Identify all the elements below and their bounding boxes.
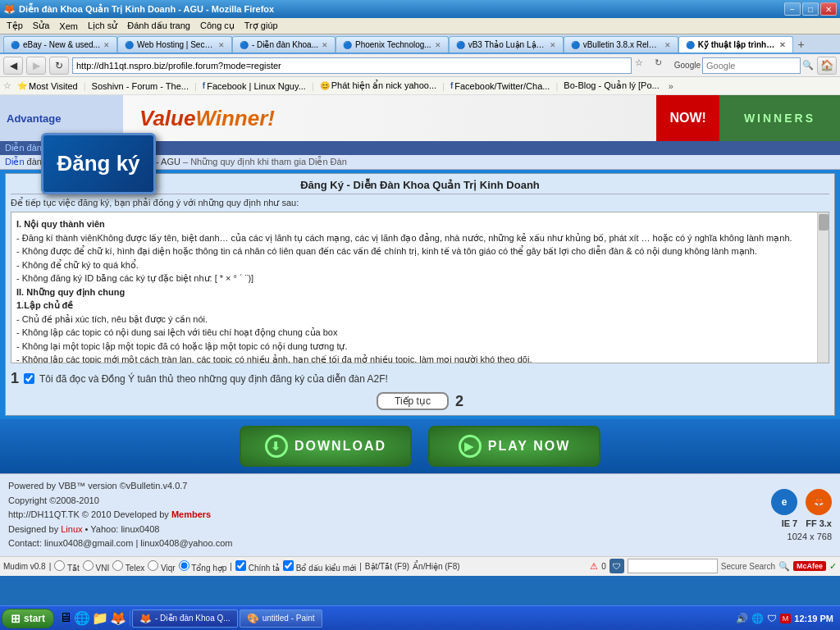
system-clock: 12:19 PM: [794, 614, 833, 623]
back-button[interactable]: ◀: [3, 57, 23, 75]
star-icon[interactable]: ☆: [635, 57, 651, 74]
tab-ebay[interactable]: 🔵 eBay - New & used... ✕: [3, 36, 117, 52]
radio-vni[interactable]: VNI: [83, 560, 109, 573]
tab-bar: 🔵 eBay - New & used... ✕ 🔵 Web Hosting |…: [0, 34, 840, 54]
radio-telex[interactable]: Telex: [112, 560, 144, 573]
ie-icon: e: [771, 489, 797, 515]
new-tab-button[interactable]: +: [793, 36, 810, 52]
start-button[interactable]: ⊞ start: [2, 609, 54, 628]
tab-close-phoenix[interactable]: ✕: [435, 41, 441, 49]
scrollbar-thumb[interactable]: [819, 214, 829, 231]
refresh-button[interactable]: ↻: [49, 57, 69, 75]
firefox-quick-icon[interactable]: 🦊: [110, 610, 126, 626]
network-icon[interactable]: 🌐: [751, 613, 764, 624]
browser-labels: IE 7 FF 3.x: [782, 518, 832, 528]
bookmarks-more-button[interactable]: »: [665, 80, 677, 92]
rules-content[interactable]: I. Nội quy thành viên - Đăng kí thành vi…: [11, 212, 829, 363]
menu-file[interactable]: Tệp: [2, 20, 28, 32]
agree-checkbox[interactable]: [24, 373, 34, 384]
address-bar: ◀ ▶ ↻ http://dh11qt.nspro.biz/profile.fo…: [0, 54, 840, 77]
system-tray: 🔊 🌐 🛡 M 12:19 PM: [731, 613, 838, 624]
search-icon[interactable]: 🔍: [802, 60, 814, 71]
check-chinhta[interactable]: Chính tả: [235, 560, 280, 573]
radio-viqr[interactable]: Viqr: [148, 560, 175, 573]
antivirus-tray-icon[interactable]: 🛡: [767, 613, 777, 624]
show-desktop-icon[interactable]: 🖥: [59, 610, 72, 626]
ff-icon: 🦊: [806, 489, 832, 515]
firefox-task-icon: 🦊: [139, 613, 152, 624]
battai-text: Bật/Tắt (F9): [365, 562, 409, 571]
bookmark-yahoo-nick[interactable]: 😊 Phát hiện ẩn nick yahoo...: [316, 80, 441, 92]
play-icon: ▶: [459, 435, 482, 458]
tab-vbulletin[interactable]: 🔵 vBulletin 3.8.x Relea... ✕: [564, 36, 678, 52]
window-title: Diễn đàn Khoa Quản Trị Kinh Doanh - AGU …: [19, 4, 274, 15]
refresh-icon[interactable]: ↻: [655, 57, 671, 74]
rules-heading-1: I. Nội quy thành viên: [16, 219, 105, 229]
footer-powered: Powered by VBB™ version ©vBulletin.v4.0.…: [8, 479, 232, 494]
tab-kythuat[interactable]: 🔵 Kỹ thuật lập trình C... ✕: [678, 36, 793, 52]
forum-footer: Powered by VBB™ version ©vBulletin.v4.0.…: [0, 473, 840, 556]
step-2-label: 2: [455, 393, 463, 410]
bookmark-soshivn[interactable]: Soshivn - Forum - The...: [88, 80, 193, 92]
bookmark-facebook-twitter[interactable]: f Facebook/Twitter/Cha...: [446, 80, 555, 92]
anhien-text: Ẩn/Hiện (F8): [413, 562, 459, 571]
forum-area: Đăng ký Diễn đàn ▸ - AGU Diễn đàn Khoa Q…: [0, 141, 840, 556]
radio-tat[interactable]: Tắt: [54, 560, 80, 573]
menu-view[interactable]: Xem: [54, 21, 83, 32]
footer-contact: Contact: linux0408@gmail.com | linux0408…: [8, 536, 232, 551]
dangky-logo: Đăng ký: [41, 133, 156, 194]
search-input-top[interactable]: [702, 57, 801, 74]
speaker-icon[interactable]: 🔊: [736, 613, 748, 624]
ie-quick-icon[interactable]: 🌐: [74, 610, 90, 626]
tab-vb3[interactable]: 🔵 vB3 Thảo Luận Lập ... ✕: [449, 36, 564, 52]
bm-sep-5: |: [555, 81, 558, 91]
home-button[interactable]: 🏠: [817, 57, 837, 75]
bookmark-bo-blog[interactable]: Bo-Blog - Quản lý [Po...: [559, 80, 663, 92]
taskbar-item-paint[interactable]: 🎨 untitled - Paint: [240, 609, 322, 628]
tab-diendankhoaold[interactable]: 🔵 - Diễn đàn Khoa... ✕: [232, 36, 336, 52]
banner-center: Value Winner!: [123, 95, 656, 141]
scrollbar[interactable]: [817, 212, 829, 363]
radio-tonghop[interactable]: Tổng hợp: [179, 560, 227, 573]
taskbar: ⊞ start 🖥 🌐 📁 🦊 🦊 - Diễn đàn Khoa Q... 🎨…: [0, 605, 840, 630]
taskbar-item-firefox[interactable]: 🦊 - Diễn đàn Khoa Q...: [132, 609, 238, 628]
menu-history[interactable]: Lịch sử: [83, 20, 122, 32]
continue-row: Tiếp tục 2: [11, 392, 829, 410]
bookmark-most-visited[interactable]: ⭐ Most Visited: [13, 80, 82, 92]
tab-close-kythuat[interactable]: ✕: [779, 41, 786, 49]
tab-close-webhosting[interactable]: ✕: [218, 41, 225, 49]
secure-search-input[interactable]: [628, 559, 718, 573]
forward-button[interactable]: ▶: [26, 57, 46, 75]
tab-phoenix[interactable]: 🔵 Phoenix Technolog... ✕: [336, 36, 449, 52]
footer-members-link[interactable]: Members: [171, 509, 211, 519]
menu-tools[interactable]: Công cụ: [195, 20, 240, 32]
menu-edit[interactable]: Sửa: [28, 20, 54, 32]
bookmark-facebook-linux[interactable]: f Facebook | Linux Nguy...: [199, 80, 310, 92]
menu-help[interactable]: Trợ giúp: [240, 20, 283, 32]
maximize-button[interactable]: □: [802, 2, 819, 16]
folder-quick-icon[interactable]: 📁: [92, 610, 108, 626]
agree-row: 1 Tôi đã đọc và Đồng Ý tuân thủ theo nhữ…: [11, 370, 829, 387]
tab-close-vbulletin[interactable]: ✕: [664, 41, 671, 49]
footer-left: Powered by VBB™ version ©vBulletin.v4.0.…: [8, 479, 232, 551]
continue-button[interactable]: Tiếp tục: [377, 392, 449, 410]
tab-close-vb3[interactable]: ✕: [550, 41, 556, 49]
play-now-button[interactable]: ▶ PLAY NOW: [428, 426, 600, 467]
title-bar-buttons: − □ ✕: [784, 2, 837, 16]
tab-webhosting[interactable]: 🔵 Web Hosting | Secu... ✕: [117, 36, 232, 52]
tab-close-diendankhoaold[interactable]: ✕: [322, 41, 328, 49]
close-button[interactable]: ✕: [820, 2, 837, 16]
breadcrumb-link[interactable]: Diễn: [5, 157, 25, 167]
download-button[interactable]: ⬇ DOWNLOAD: [240, 426, 412, 467]
menu-bookmarks[interactable]: Đánh dấu trang: [122, 20, 195, 32]
taskbar-firefox-label: - Diễn đàn Khoa Q...: [155, 614, 231, 623]
tab-close-ebay[interactable]: ✕: [103, 41, 110, 49]
minimize-button[interactable]: −: [784, 2, 801, 16]
download-icon: ⬇: [265, 435, 288, 458]
check-boduukieumoi[interactable]: Bổ dấu kiểu mới: [283, 560, 356, 573]
forum-nav-link[interactable]: Diễn đàn: [5, 143, 42, 153]
address-input[interactable]: http://dh11qt.nspro.biz/profile.forum?mo…: [72, 57, 632, 74]
quick-launch: 🖥 🌐 📁 🦊: [56, 610, 130, 626]
search-magnifier-icon[interactable]: 🔍: [778, 561, 790, 572]
taskbar-items: 🦊 - Diễn đàn Khoa Q... 🎨 untitled - Pain…: [132, 609, 729, 628]
